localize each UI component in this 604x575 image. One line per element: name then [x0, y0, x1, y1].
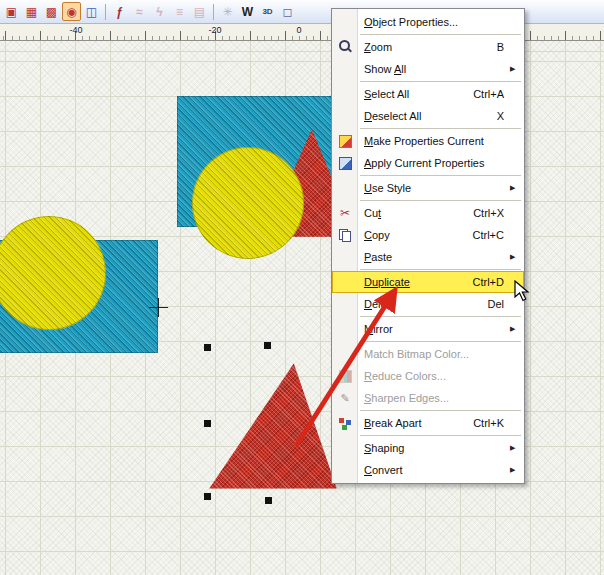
- menu-item-make-properties-current[interactable]: Make Properties Current: [332, 130, 524, 152]
- toolbar-icon-stitches[interactable]: ▦: [22, 2, 41, 21]
- menu-item-label: Deselect All: [358, 110, 421, 122]
- menu-item-label: Show All: [358, 63, 406, 75]
- menu-item-shortcut: Ctrl+A: [473, 88, 510, 100]
- menu-separator: [360, 81, 521, 82]
- menu-item-label: Make Properties Current: [358, 135, 484, 147]
- menu-item-label: Paste: [358, 251, 392, 263]
- menu-item-object-properties[interactable]: Object Properties...: [332, 11, 524, 33]
- menu-item-delete[interactable]: DeleteDel: [332, 293, 524, 315]
- toolbar-separator: [105, 4, 106, 20]
- selection-handle[interactable]: [265, 497, 272, 504]
- menu-separator: [360, 128, 521, 129]
- menu-item-shaping[interactable]: Shaping▶: [332, 437, 524, 459]
- copy-icon: [338, 228, 352, 242]
- menu-item-shortcut: X: [497, 110, 510, 122]
- menu-item-copy[interactable]: CopyCtrl+C: [332, 224, 524, 246]
- submenu-arrow-icon: ▶: [510, 65, 524, 73]
- selection-handle[interactable]: [204, 420, 211, 427]
- menu-item-deselect-all[interactable]: Deselect AllX: [332, 105, 524, 127]
- menu-item-shortcut: Ctrl+D: [473, 276, 510, 288]
- toolbar-icon-needle-points[interactable]: ▩: [42, 2, 61, 21]
- menu-item-match-bitmap-color: Match Bitmap Color...: [332, 343, 524, 365]
- menu-item-label: Select All: [358, 88, 409, 100]
- menu-separator: [360, 435, 521, 436]
- submenu-arrow-icon: ▶: [510, 253, 524, 261]
- toolbar-icon-zigzag[interactable]: ϟ: [150, 2, 169, 21]
- menu-item-label: Mirror: [358, 323, 393, 335]
- selection-handle[interactable]: [264, 342, 271, 349]
- menu-item-paste[interactable]: Paste▶: [332, 246, 524, 268]
- menu-item-shortcut: B: [497, 41, 510, 53]
- toolbar-icon-run[interactable]: ≈: [130, 2, 149, 21]
- menu-separator: [360, 175, 521, 176]
- menu-item-label: Use Style: [358, 182, 411, 194]
- context-menu: Object Properties...ZoomBShow All▶Select…: [331, 8, 525, 484]
- toolbar-icon-satin[interactable]: ≡: [170, 2, 189, 21]
- submenu-arrow-icon: ▶: [510, 466, 524, 474]
- menu-separator: [360, 341, 521, 342]
- menu-item-mirror[interactable]: Mirror▶: [332, 318, 524, 340]
- menu-separator: [360, 200, 521, 201]
- menu-item-label: Cut: [358, 207, 381, 219]
- menu-item-select-all[interactable]: Select AllCtrl+A: [332, 83, 524, 105]
- apply-props-icon: [339, 157, 352, 170]
- menu-item-label: Match Bitmap Color...: [358, 348, 469, 360]
- menu-separator: [360, 316, 521, 317]
- menu-item-shortcut: Ctrl+K: [473, 417, 510, 429]
- ruler-label: -40: [69, 25, 82, 35]
- menu-item-label: Shaping: [358, 442, 404, 454]
- menu-item-label: Reduce Colors...: [358, 370, 446, 382]
- menu-item-shortcut: Ctrl+X: [473, 207, 510, 219]
- toolbar-icon-motif[interactable]: ✳: [218, 2, 237, 21]
- menu-item-apply-current-properties[interactable]: Apply Current Properties: [332, 152, 524, 174]
- menu-item-label: Copy: [358, 229, 390, 241]
- menu-item-use-style[interactable]: Use Style▶: [332, 177, 524, 199]
- toolbar-icon-ties[interactable]: ◫: [82, 2, 101, 21]
- menu-item-duplicate[interactable]: DuplicateCtrl+D: [332, 271, 524, 293]
- selection-handle[interactable]: [204, 493, 211, 500]
- menu-item-zoom[interactable]: ZoomB: [332, 36, 524, 58]
- menu-item-cut[interactable]: ✂CutCtrl+X: [332, 202, 524, 224]
- menu-item-convert[interactable]: Convert▶: [332, 459, 524, 481]
- submenu-arrow-icon: ▶: [510, 184, 524, 192]
- menu-item-shortcut: Del: [487, 298, 510, 310]
- ruler-label: -20: [208, 25, 221, 35]
- submenu-arrow-icon: ▶: [510, 444, 524, 452]
- selection-handle[interactable]: [204, 344, 211, 351]
- menu-item-label: Convert: [358, 464, 403, 476]
- yellow-circle-top[interactable]: [192, 147, 304, 259]
- toolbar-icon-wireframe[interactable]: W: [238, 2, 257, 21]
- cut-icon: ✂: [338, 206, 352, 220]
- menu-item-reduce-colors: Reduce Colors...: [332, 365, 524, 387]
- menu-item-label: Sharpen Edges...: [358, 392, 449, 404]
- menu-item-label: Zoom: [358, 41, 392, 53]
- menu-item-label: Break Apart: [358, 417, 421, 429]
- menu-item-label: Delete: [358, 298, 396, 310]
- menu-item-label: Duplicate: [358, 276, 410, 288]
- toolbar-icon-functions[interactable]: ƒ: [110, 2, 129, 21]
- menu-separator: [360, 34, 521, 35]
- crosshair-cursor: [149, 298, 168, 317]
- toolbar-icon-fill[interactable]: ▤: [190, 2, 209, 21]
- sharpen-icon: ✎: [338, 391, 352, 405]
- toolbar-icon-3d[interactable]: 3D: [258, 2, 277, 21]
- submenu-arrow-icon: ▶: [510, 325, 524, 333]
- make-props-icon: [339, 135, 352, 148]
- menu-item-sharpen-edges: ✎Sharpen Edges...: [332, 387, 524, 409]
- toolbar-separator: [213, 4, 214, 20]
- toolbar-icon-hoop[interactable]: ◻: [278, 2, 297, 21]
- zoom-icon: [338, 40, 352, 54]
- menu-item-shortcut: Ctrl+C: [473, 229, 510, 241]
- menu-item-show-all[interactable]: Show All▶: [332, 58, 524, 80]
- menu-separator: [360, 269, 521, 270]
- break-icon: [338, 416, 352, 430]
- ruler-label: 0: [296, 25, 301, 35]
- menu-item-label: Apply Current Properties: [358, 157, 484, 169]
- toolbar-icon-connectors[interactable]: ◉: [62, 2, 81, 21]
- red-triangle-selected[interactable]: [208, 361, 338, 491]
- menu-separator: [360, 410, 521, 411]
- reduce-icon: [339, 370, 352, 383]
- toolbar-icon-design[interactable]: ▣: [2, 2, 21, 21]
- menu-item-label: Object Properties...: [358, 16, 458, 28]
- menu-item-break-apart[interactable]: Break ApartCtrl+K: [332, 412, 524, 434]
